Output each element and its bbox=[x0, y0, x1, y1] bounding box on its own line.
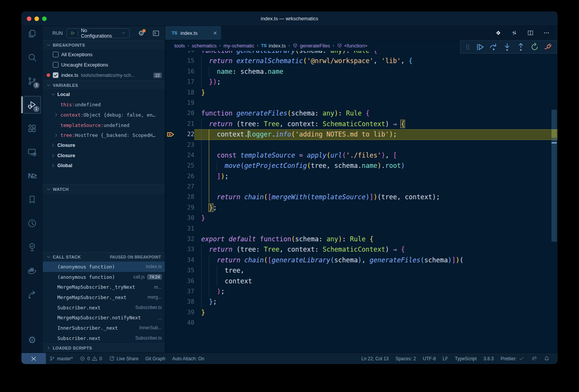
breakpoint-row[interactable]: index.tstools/schematics/my-sch...22 bbox=[43, 70, 165, 80]
breakpoint-margin[interactable] bbox=[165, 203, 175, 213]
breakpoint-margin[interactable] bbox=[165, 171, 175, 182]
breakpoint-margin[interactable] bbox=[165, 307, 175, 318]
breakpoint-checkbox[interactable] bbox=[53, 62, 59, 68]
activity-bar-item-git-history[interactable] bbox=[21, 211, 43, 235]
activity-bar-item-run-and-debug[interactable]: 1 bbox=[21, 93, 43, 117]
line-content[interactable]: } bbox=[194, 307, 558, 318]
breakpoint-margin[interactable] bbox=[165, 77, 175, 87]
line-number[interactable]: 22 bbox=[175, 129, 194, 140]
call-stack-frame[interactable]: Subscriber.nextSubscriber.ts bbox=[43, 303, 165, 313]
code-area[interactable]: 14function generateLibrary(schema: any):… bbox=[165, 51, 558, 353]
call-stack-frame[interactable]: (anonymous function)call.js74:24 bbox=[43, 272, 165, 282]
line-number[interactable]: 20 bbox=[175, 108, 194, 119]
line-number[interactable]: 18 bbox=[175, 88, 194, 98]
line-number[interactable]: 37 bbox=[175, 286, 194, 297]
line-number[interactable]: 36 bbox=[175, 276, 194, 286]
gripper-button[interactable] bbox=[464, 42, 472, 52]
breakpoint-margin[interactable] bbox=[165, 98, 175, 108]
activity-bar-item-live-share[interactable] bbox=[21, 283, 43, 306]
line-number[interactable]: 17 bbox=[175, 77, 194, 87]
breakpoint-margin[interactable] bbox=[165, 286, 175, 297]
breadcrumb-item-index-ts[interactable]: TSindex.ts bbox=[261, 43, 286, 49]
status-item-language-mode[interactable]: TypeScript bbox=[452, 353, 480, 364]
line-content[interactable]: return (tree: Tree, context: SchematicCo… bbox=[194, 119, 558, 129]
activity-bar-item-manage[interactable]: ⚙ bbox=[21, 328, 43, 352]
call-stack-frame[interactable]: MergeMapSubscriber._tryNextm... bbox=[43, 282, 165, 292]
line-content[interactable]: context bbox=[194, 276, 558, 286]
compare-changes-icon[interactable] bbox=[511, 29, 518, 36]
scope-row-global[interactable]: Global bbox=[43, 161, 165, 171]
breadcrumb-item-tools[interactable]: tools bbox=[174, 43, 185, 49]
breakpoint-margin[interactable] bbox=[165, 182, 175, 192]
line-content[interactable]: }; bbox=[194, 203, 558, 213]
status-item-eol[interactable]: LF bbox=[439, 353, 452, 364]
scope-row-closure[interactable]: Closure bbox=[43, 151, 165, 161]
variable-row-this[interactable]: this: undefined bbox=[43, 100, 165, 110]
variable-row-context[interactable]: context: Object {debug: false, en… bbox=[43, 110, 165, 120]
breakpoint-margin[interactable] bbox=[165, 67, 175, 77]
line-number[interactable]: 27 bbox=[175, 182, 194, 192]
line-content[interactable]: tree, bbox=[194, 265, 558, 276]
activity-bar-item-bookmarks[interactable] bbox=[21, 188, 43, 211]
variables-header[interactable]: VARIABLES bbox=[43, 80, 165, 89]
breakpoint-margin[interactable] bbox=[165, 88, 175, 98]
line-content[interactable] bbox=[194, 318, 558, 328]
status-item-git-graph[interactable]: Git Graph bbox=[142, 353, 169, 364]
line-content[interactable] bbox=[194, 182, 558, 192]
status-item-indentation[interactable]: Spaces: 2 bbox=[392, 353, 419, 364]
activity-bar-item-search[interactable] bbox=[21, 46, 43, 69]
breakpoint-margin[interactable] bbox=[165, 140, 175, 150]
ellipsis-icon[interactable] bbox=[543, 29, 550, 36]
call-stack-frame[interactable]: Subscriber.nextSubscriber.ts bbox=[43, 333, 165, 343]
line-number[interactable]: 30 bbox=[175, 213, 194, 223]
breakpoint-margin[interactable] bbox=[165, 318, 175, 328]
status-item-live-share[interactable]: Live Share bbox=[106, 353, 142, 364]
breakpoint-margin[interactable] bbox=[165, 265, 175, 276]
line-number[interactable]: 29 bbox=[175, 203, 194, 213]
line-content[interactable]: name: schema.name bbox=[194, 67, 558, 77]
call-stack-frame[interactable]: InnerSubscriber._nextInnerSub... bbox=[43, 323, 165, 333]
breakpoint-margin[interactable] bbox=[165, 51, 175, 56]
line-content[interactable]: context.logger.info('adding NOTES.md to … bbox=[194, 129, 558, 140]
activity-bar-item-extensions[interactable] bbox=[21, 117, 43, 140]
breakpoint-margin[interactable] bbox=[165, 108, 175, 119]
step-out-button[interactable] bbox=[516, 42, 526, 52]
line-number[interactable]: 33 bbox=[175, 244, 194, 255]
activity-bar-item-remote-explorer[interactable] bbox=[21, 140, 43, 164]
line-content[interactable]: export default function(schema: any): Ru… bbox=[194, 234, 558, 244]
activity-bar-item-test-explorer[interactable] bbox=[21, 235, 43, 259]
breakpoint-margin[interactable] bbox=[165, 234, 175, 244]
breakpoint-row[interactable]: Uncaught Exceptions bbox=[43, 60, 165, 70]
line-content[interactable]: return (tree: Tree, context: SchematicCo… bbox=[194, 244, 558, 255]
line-number[interactable]: 38 bbox=[175, 297, 194, 307]
line-content[interactable]: ); bbox=[194, 286, 558, 297]
breakpoint-margin[interactable] bbox=[165, 255, 175, 265]
watch-header[interactable]: WATCH bbox=[43, 184, 165, 194]
line-number[interactable]: 16 bbox=[175, 67, 194, 77]
line-content[interactable]: }); bbox=[194, 77, 558, 87]
breakpoint-row[interactable]: All Exceptions bbox=[43, 49, 165, 60]
line-content[interactable] bbox=[194, 98, 558, 108]
status-item-branch[interactable]: master* bbox=[46, 353, 76, 364]
restart-button[interactable] bbox=[530, 42, 540, 52]
status-item-notifications[interactable] bbox=[540, 353, 553, 364]
breakpoint-margin[interactable] bbox=[165, 119, 175, 129]
call-stack-frame[interactable]: MergeMapSubscriber.notifyNext... bbox=[43, 312, 165, 323]
breakpoint-checkbox[interactable] bbox=[53, 52, 59, 57]
activity-bar-item-nx-console[interactable]: N≥ bbox=[21, 164, 43, 188]
breadcrumb-item-my-schematic[interactable]: my-schematic bbox=[224, 43, 254, 49]
line-number[interactable]: 14 bbox=[175, 51, 194, 56]
variable-row-templateSource[interactable]: templateSource: undefined bbox=[43, 120, 165, 130]
line-content[interactable]: } bbox=[194, 88, 558, 98]
activity-bar-item-source-control[interactable]: 3 bbox=[21, 69, 43, 93]
line-content[interactable]: function generateFiles(schema: any): Rul… bbox=[194, 108, 558, 119]
breadcrumb-item--function-[interactable]: <function> bbox=[337, 43, 368, 49]
line-number[interactable]: 34 bbox=[175, 255, 194, 265]
line-content[interactable]: return externalSchematic('@nrwl/workspac… bbox=[194, 56, 558, 66]
step-into-button[interactable] bbox=[502, 42, 512, 52]
open-changes-icon[interactable] bbox=[495, 29, 502, 36]
breadcrumb-item-schematics[interactable]: schematics bbox=[192, 43, 216, 49]
status-item-feedback[interactable] bbox=[528, 353, 540, 364]
line-content[interactable]: const templateSource = apply(url('./file… bbox=[194, 150, 558, 161]
disconnect-button[interactable] bbox=[543, 42, 553, 52]
